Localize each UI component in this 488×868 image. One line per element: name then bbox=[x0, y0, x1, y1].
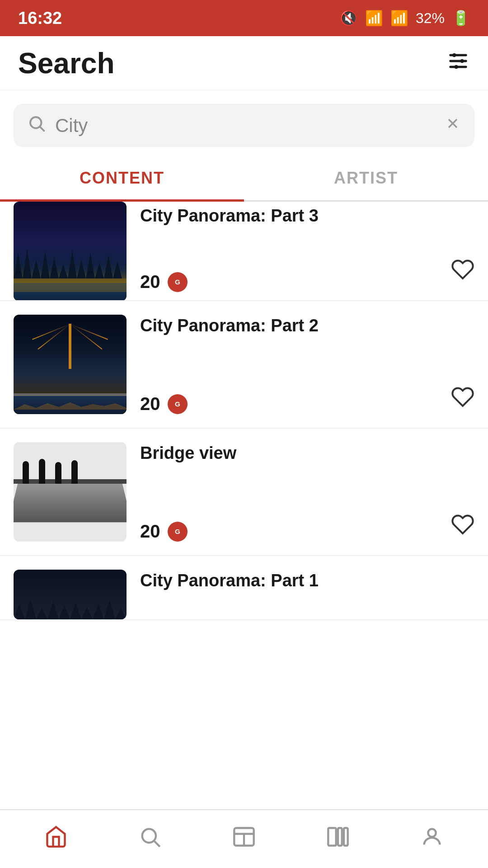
partial-info: City Panorama: Part 3 20 G bbox=[140, 202, 474, 292]
search-nav-icon bbox=[138, 825, 162, 854]
search-container bbox=[0, 90, 488, 156]
clear-button[interactable] bbox=[445, 115, 461, 136]
result-item-city2: City Panorama: Part 2 20 G bbox=[0, 301, 488, 429]
mute-icon: 🔇 bbox=[340, 9, 358, 27]
svg-rect-18 bbox=[328, 828, 336, 845]
header: Search bbox=[0, 36, 488, 90]
result-item-partial: City Panorama: Part 3 20 G bbox=[0, 202, 488, 301]
result-title-city2: City Panorama: Part 2 bbox=[140, 315, 474, 337]
favorite-button-bridge[interactable] bbox=[451, 513, 474, 542]
svg-point-3 bbox=[452, 53, 456, 57]
coin-icon-partial: G bbox=[168, 272, 188, 292]
nav-item-home[interactable] bbox=[9, 825, 103, 854]
favorite-button-partial[interactable] bbox=[451, 258, 474, 287]
svg-rect-19 bbox=[338, 828, 342, 845]
main-content: CONTENT ARTIST City Panorama: Part 3 20 … bbox=[0, 90, 488, 809]
result-item-city1: City Panorama: Part 1 bbox=[0, 556, 488, 620]
result-info-city2: City Panorama: Part 2 20 G bbox=[140, 315, 474, 414]
status-time: 16:32 bbox=[18, 9, 62, 28]
search-icon bbox=[27, 114, 46, 137]
svg-rect-20 bbox=[344, 828, 348, 845]
result-price-partial: 20 bbox=[140, 272, 160, 292]
svg-text:G: G bbox=[175, 400, 180, 408]
result-item-bridge: Bridge view 20 G bbox=[0, 429, 488, 556]
library-icon bbox=[326, 825, 350, 854]
filter-button[interactable] bbox=[446, 49, 470, 77]
tabs: CONTENT ARTIST bbox=[0, 156, 488, 202]
home-icon bbox=[44, 825, 68, 854]
battery-icon: 🔋 bbox=[452, 9, 470, 27]
price-row-partial: 20 G bbox=[140, 272, 474, 292]
svg-point-21 bbox=[428, 829, 436, 836]
result-info-bridge: Bridge view 20 G bbox=[140, 442, 474, 542]
nav-item-library[interactable] bbox=[291, 825, 385, 854]
svg-point-5 bbox=[454, 65, 458, 69]
result-price-bridge: 20 bbox=[140, 521, 160, 542]
result-title-bridge: Bridge view bbox=[140, 442, 474, 464]
battery-indicator: 32% bbox=[416, 10, 445, 27]
svg-line-7 bbox=[40, 127, 45, 132]
tab-content[interactable]: CONTENT bbox=[0, 156, 244, 200]
bottom-nav bbox=[0, 809, 488, 868]
nav-item-store[interactable] bbox=[197, 825, 291, 854]
search-input[interactable] bbox=[55, 115, 436, 137]
svg-point-6 bbox=[30, 117, 42, 128]
thumbnail-city1 bbox=[14, 570, 127, 619]
status-bar: 16:32 🔇 📶 📶 32% 🔋 bbox=[0, 0, 488, 36]
thumbnail-city2 bbox=[14, 315, 127, 414]
wifi-icon: 📶 bbox=[365, 9, 383, 27]
svg-point-4 bbox=[460, 59, 464, 63]
svg-line-14 bbox=[155, 841, 160, 846]
nav-item-search[interactable] bbox=[103, 825, 197, 854]
thumbnail-city3 bbox=[14, 202, 127, 301]
svg-text:G: G bbox=[175, 278, 180, 286]
price-row-city2: 20 G bbox=[140, 394, 474, 414]
signal-icon: 📶 bbox=[390, 9, 408, 27]
status-icons: 🔇 📶 📶 32% 🔋 bbox=[340, 9, 470, 27]
favorite-button-city2[interactable] bbox=[451, 385, 474, 414]
result-info-city1: City Panorama: Part 1 bbox=[140, 570, 474, 619]
profile-icon bbox=[420, 825, 444, 854]
search-box bbox=[14, 104, 474, 147]
result-title-partial: City Panorama: Part 3 bbox=[140, 206, 474, 226]
page-title: Search bbox=[18, 47, 114, 80]
thumbnail-bridge bbox=[14, 442, 127, 542]
store-icon bbox=[232, 825, 256, 854]
svg-point-13 bbox=[142, 829, 156, 842]
coin-icon-bridge: G bbox=[168, 522, 188, 542]
coin-icon-city2: G bbox=[168, 394, 188, 414]
result-price-city2: 20 bbox=[140, 394, 160, 414]
price-row-bridge: 20 G bbox=[140, 521, 474, 542]
svg-text:G: G bbox=[175, 528, 180, 535]
result-title-city1: City Panorama: Part 1 bbox=[140, 570, 474, 592]
tab-artist[interactable]: ARTIST bbox=[244, 156, 488, 200]
nav-item-profile[interactable] bbox=[385, 825, 479, 854]
